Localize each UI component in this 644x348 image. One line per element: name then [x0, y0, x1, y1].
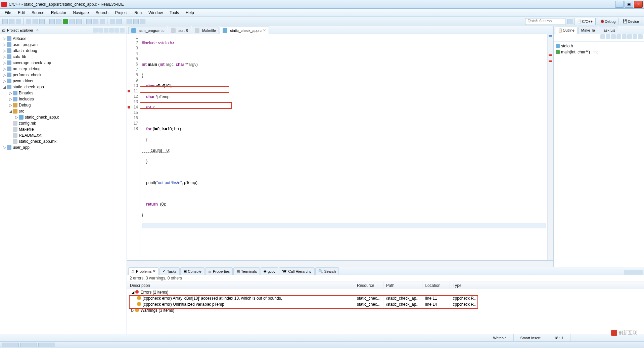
col-location[interactable]: Location [422, 282, 450, 289]
tree-item[interactable]: ▷coverage_check_app [0, 60, 127, 66]
tab-asm-program[interactable]: asm_program.c [128, 27, 167, 34]
outline-group-icon[interactable] [616, 34, 621, 39]
tree-item[interactable]: ▷performs_check [0, 72, 127, 78]
problems-max-icon[interactable] [638, 270, 643, 275]
tab-gcov[interactable]: ◆ gcov [261, 267, 278, 275]
taskbar-item[interactable] [20, 343, 37, 347]
view-menu-icon[interactable] [109, 28, 114, 33]
toolbar-outline-icon[interactable] [110, 19, 115, 24]
toolbar-debug-icon[interactable] [49, 19, 55, 24]
toolbar-forward-icon[interactable] [133, 19, 139, 24]
problems-menu-icon[interactable] [629, 270, 633, 275]
tree-item[interactable]: ▷no_step_debug [0, 66, 127, 72]
outline-sort-icon[interactable] [600, 34, 605, 39]
tab-makefile[interactable]: Makefile [192, 27, 219, 34]
menu-file[interactable]: File [1, 9, 14, 16]
project-tree[interactable]: ▷A9base▷asm_program▷attach_debug▷calc_li… [0, 34, 127, 334]
minimize-view-icon[interactable] [114, 28, 119, 33]
tab-properties[interactable]: ☰ Properties [205, 267, 233, 275]
col-resource[interactable]: Resource [354, 282, 383, 289]
menu-help[interactable]: Help [182, 9, 197, 16]
tree-item[interactable]: ▷user_app [0, 144, 127, 150]
toolbar-save-icon[interactable] [9, 19, 14, 24]
problems-min-icon[interactable] [633, 270, 638, 275]
problem-row[interactable]: (cppcheck error) Array 'cBuf[10]' access… [127, 295, 644, 301]
maximize-view-icon[interactable] [120, 28, 125, 33]
errors-category[interactable]: ◢ Errors (2 items) [127, 289, 644, 296]
tree-item[interactable]: ◢static_check_app [0, 84, 127, 90]
taskbar-item[interactable] [2, 343, 19, 347]
toolbar-back-icon[interactable] [127, 19, 132, 24]
quick-access-input[interactable]: Quick Access [525, 18, 565, 25]
toolbar-build-icon[interactable] [26, 19, 31, 24]
editor-scrollbar-horizontal[interactable] [127, 261, 553, 267]
tab-call-hierarchy[interactable]: ☎ Call Hierarchy [279, 267, 314, 275]
menu-search[interactable]: Search [92, 9, 112, 16]
outline-focus-icon[interactable] [622, 34, 627, 39]
menu-project[interactable]: Project [112, 9, 131, 16]
toolbar-run-icon[interactable] [63, 19, 68, 24]
focus-icon[interactable] [104, 28, 108, 33]
close-icon[interactable]: ✕ [263, 28, 266, 33]
editor-scrollbar-vertical[interactable] [547, 34, 553, 260]
col-type[interactable]: Type [450, 282, 644, 289]
editor-body[interactable]: 123456789101112131415161718 #include <st… [127, 34, 553, 261]
tree-item[interactable]: Makefile [0, 126, 127, 132]
tree-item[interactable]: ▷asm_program [0, 42, 127, 48]
toolbar-saveall-icon[interactable] [16, 19, 21, 24]
maximize-button[interactable]: ▣ [625, 1, 633, 8]
toolbar-new-icon[interactable] [2, 19, 8, 24]
col-path[interactable]: Path [383, 282, 422, 289]
close-icon[interactable]: ✕ [36, 28, 39, 32]
problems-table[interactable]: Description Resource Path Location Type … [127, 282, 644, 334]
outline-item[interactable]: stdio.h [556, 43, 642, 49]
tab-static-check-app[interactable]: static_check_app.c✕ [220, 27, 269, 34]
menu-edit[interactable]: Edit [14, 9, 28, 16]
outline-menu-icon[interactable] [627, 34, 632, 39]
problem-row[interactable]: (cppcheck error) Uninitialized variable:… [127, 301, 644, 307]
toolbar-pin-icon[interactable] [117, 19, 122, 24]
menu-run[interactable]: Run [131, 9, 145, 16]
menu-navigate[interactable]: Navigate [70, 9, 92, 16]
tab-task-list[interactable]: Task Lis [599, 27, 618, 34]
tree-item[interactable]: static_check_app.mk [0, 138, 127, 144]
menu-tools[interactable]: Tools [166, 9, 182, 16]
toolbar-ext-icon[interactable] [76, 19, 82, 24]
tab-search[interactable]: 🔍 Search [315, 267, 339, 275]
minimize-button[interactable]: — [615, 1, 624, 8]
tab-console[interactable]: ▣ Console [180, 267, 204, 275]
problems-filter-icon[interactable] [624, 270, 629, 275]
tab-outline[interactable]: 📋 Outline [555, 27, 578, 34]
outline-hide-icon[interactable] [611, 34, 616, 39]
close-icon[interactable]: ✕ [153, 269, 156, 273]
tab-make-targets[interactable]: Make Ta [578, 27, 598, 34]
warnings-category[interactable]: ▷ Warnings (3 items) [127, 307, 644, 313]
open-perspective-icon[interactable] [567, 19, 572, 24]
outline-item[interactable]: main(int, char**) : int [556, 49, 642, 55]
tree-item[interactable]: ▷A9base [0, 36, 127, 42]
taskbar-item[interactable] [38, 343, 55, 347]
tree-item[interactable]: ◢src [0, 108, 127, 114]
tree-item[interactable]: config.mk [0, 120, 127, 126]
outline-filter-icon[interactable] [606, 34, 610, 39]
menu-refactor[interactable]: Refactor [48, 9, 70, 16]
toolbar-box-icon[interactable] [100, 19, 105, 24]
toolbar-search-icon[interactable] [93, 19, 98, 24]
tab-tasks[interactable]: ✓ Tasks [159, 267, 179, 275]
editor-code[interactable]: #include <stdio.h> int main (int argc, c… [140, 34, 547, 260]
tree-item[interactable]: ▷Includes [0, 96, 127, 102]
close-button[interactable]: ✕ [634, 1, 643, 8]
toolbar-open-icon[interactable] [86, 19, 92, 24]
perspective-device[interactable]: 💾 Device [620, 18, 642, 25]
tab-terminals[interactable]: ▤ Terminals [233, 267, 260, 275]
collapse-all-icon[interactable] [93, 28, 98, 33]
tree-item[interactable]: ▷calc_lib [0, 54, 127, 60]
tree-item[interactable]: README.txt [0, 132, 127, 138]
tab-problems[interactable]: ⚠ Problems ✕ [128, 267, 159, 275]
toolbar-profile-icon[interactable] [70, 19, 75, 24]
link-editor-icon[interactable] [98, 28, 103, 33]
tree-item[interactable]: ▷Debug [0, 102, 127, 108]
perspective-debug[interactable]: 🐞 Debug [597, 18, 618, 25]
tree-item[interactable]: ▷pwm_driver [0, 78, 127, 84]
toolbar-print-icon[interactable] [140, 19, 145, 24]
